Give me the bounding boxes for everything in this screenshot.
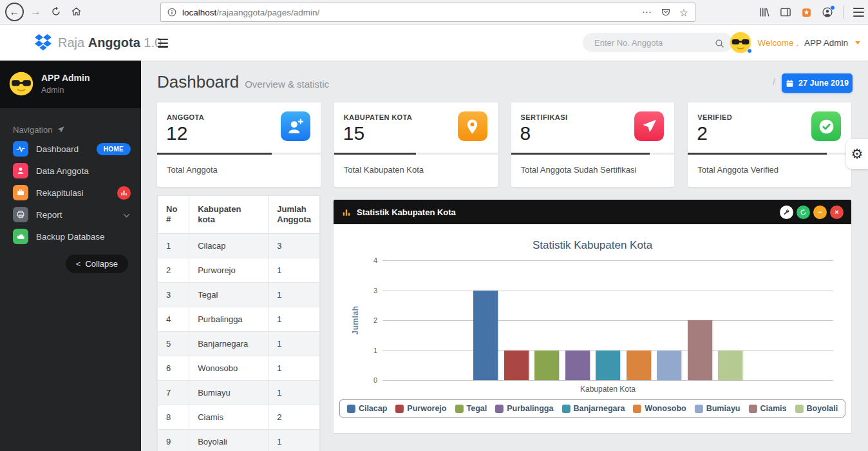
legend-item-wonosobo[interactable]: Wonosobo [633,404,686,413]
bar-bumiayu [657,350,681,381]
y-tick-label: 0 [350,376,377,384]
briefcase-icon [13,185,28,200]
page-header: Dashboard Overview & statistic [157,72,329,92]
stat-card-value: 8 [520,122,531,144]
table-cell: 2 [158,258,189,283]
wrench-button[interactable] [780,206,793,219]
x-axis-title: Kabupaten Kota [382,385,833,394]
sidebar-item-report[interactable]: Report [0,204,141,225]
gridline [382,260,833,261]
back-icon[interactable]: ← [5,3,24,21]
table-cell: Purbalingga [189,307,269,332]
bar-ciamis [688,320,712,380]
brand[interactable]: Raja Anggota 1.0 [35,34,162,51]
sidebar-item-dashboard[interactable]: DashboardHOME [0,138,141,160]
stat-card-label: KABUPATEN KOTA [344,113,412,121]
user-menu[interactable]: Welcome , APP Admin [730,24,860,61]
paper-plane-icon [57,126,65,134]
sidebar-toggle-icon[interactable] [158,39,168,48]
table-cell: 7 [158,381,189,405]
table-cell: 8 [158,405,189,430]
table-cell: 2 [269,405,320,430]
table-cell: Bumiayu [189,381,269,405]
home-icon[interactable] [71,6,82,17]
info-icon[interactable] [167,7,177,17]
stat-card-value: 15 [343,122,364,144]
legend-item-ciamis[interactable]: Ciamis [748,404,786,413]
page-subtitle: Overview & statistic [245,79,329,90]
forward-icon[interactable]: → [30,5,41,18]
legend-item-boyolali[interactable]: Boyolali [795,404,838,413]
map-pin-icon [458,111,487,141]
chart-legend: CilacapPurworejoTegalPurbalinggaBanjarne… [339,399,845,417]
sidebars-icon[interactable] [780,6,791,18]
legend-item-bumiayu[interactable]: Bumiayu [695,404,741,413]
collapse-button[interactable]: <Collapse [66,254,128,273]
stat-card-progress-track [688,153,851,155]
sidebar-item-label: Report [36,210,62,220]
sidebar-item-rekapitulasi[interactable]: Rekapitulasi [0,182,141,204]
table-row: 6Wonosobo1 [158,356,320,381]
profile-role: Admin [41,86,64,95]
pocket-icon[interactable] [661,7,671,17]
sidebar-item-data-anggota[interactable]: Data Anggota [0,160,141,182]
table-row: 7Bumiayu1 [158,381,320,405]
library-icon[interactable] [759,6,770,18]
table-cell: 1 [269,430,320,451]
legend-item-tegal[interactable]: Tegal [455,404,487,413]
pulse-icon [13,141,28,157]
legend-swatch [495,405,504,413]
refresh-button[interactable] [797,206,810,219]
check-circle-icon [811,111,841,141]
sidebar-item-label: Data Anggota [36,166,89,176]
y-tick-label: 1 [350,347,377,354]
stat-card-verified: VERIFIED2Total Anggota Verified [688,102,851,187]
y-axis-title: Jumlah [351,305,360,334]
extension-icon[interactable] [801,7,812,18]
legend-item-cilacap[interactable]: Cilacap [347,404,387,413]
page-actions-icon[interactable]: ⋯ [642,6,652,18]
stat-card-progress-fill [688,153,827,155]
chart-body: Statistik Kabupaten Kota01234JumlahKabup… [334,224,851,433]
legend-swatch [395,405,404,413]
reload-icon[interactable] [51,6,61,17]
welcome-text: Welcome , [757,38,798,48]
legend-label: Bumiayu [706,404,741,413]
breadcrumb-slash: / [773,76,775,87]
minimize-button[interactable]: − [813,206,827,219]
legend-item-purbalingga[interactable]: Purbalingga [495,404,553,413]
bookmark-star-icon[interactable]: ☆ [679,6,688,19]
account-icon[interactable] [822,6,833,19]
stat-card-value: 12 [166,122,187,144]
search-icon[interactable] [714,37,725,49]
user-plus-icon [281,111,310,141]
legend-swatch [695,405,703,413]
close-button[interactable]: × [830,206,844,219]
legend-item-banjarnegara[interactable]: Banjarnegara [561,404,625,413]
table-header-cell: No # [158,196,189,234]
stat-card-footer: Total Anggota Sudah Sertifikasi [521,165,637,175]
legend-item-purworejo[interactable]: Purworejo [395,404,446,413]
firefox-menu-icon[interactable] [853,8,864,17]
bar-boyolali [718,350,742,381]
settings-tab[interactable]: ⚙ [846,139,868,169]
sidebar-menu: DashboardHOMEData AnggotaRekapitulasiRep… [0,138,141,247]
table-cell: Tegal [189,283,269,307]
stat-cards-row: ANGGOTA12Total AnggotaKABUPATEN KOTA15To… [157,102,851,187]
chart-panel-header: Statistik Kabupaten Kota −× [334,200,851,224]
printer-icon [13,207,28,222]
sidebar-item-backup-database[interactable]: Backup Database [0,225,141,247]
date-button[interactable]: 27 June 2019 [782,73,853,93]
search-input[interactable] [594,33,710,52]
url-host: localhost [182,8,216,17]
chevron-down-icon [124,211,130,218]
address-bar[interactable]: localhost/rajaanggota/pages/admin/ ⋯ ☆ [160,3,695,22]
search-box [583,33,733,52]
user-menu-caret-icon [855,41,860,44]
stat-card-progress-fill [157,153,272,155]
table-row: 9Boyolali1 [158,430,320,451]
home-badge: HOME [97,143,131,155]
navigation-label: Navigation [13,125,65,135]
stat-card-anggota: ANGGOTA12Total Anggota [157,102,321,187]
table-cell: 1 [269,356,320,381]
